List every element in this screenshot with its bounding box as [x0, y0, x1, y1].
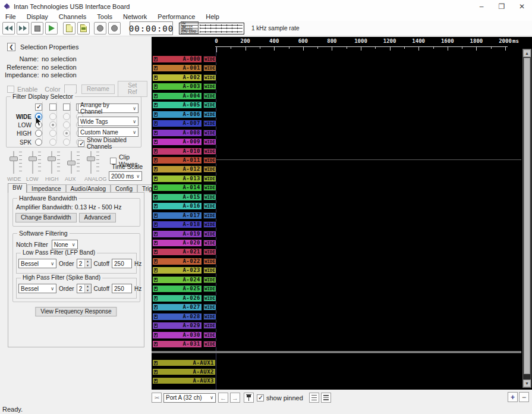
channel-label[interactable]: A-016 [153, 203, 202, 209]
channel-label[interactable]: A-003 [153, 83, 202, 90]
channel-label[interactable]: A-025 [153, 286, 202, 292]
channel-label[interactable]: A-018 [153, 221, 202, 228]
channel-filter-tag[interactable]: WIDE [203, 212, 216, 219]
view-frequency-response-button[interactable]: View Frequency Response [35, 307, 117, 316]
spinner-arrows-icon[interactable]: ▲▼ [84, 284, 91, 293]
channel-filter-tag[interactable]: WIDE [203, 258, 216, 265]
channel-filter-tag[interactable]: WIDE [203, 304, 216, 310]
channel-label[interactable]: A-005 [153, 102, 202, 108]
menu-channels[interactable]: Channels [53, 13, 92, 20]
filter-radio-spk[interactable] [35, 139, 42, 146]
channel-label[interactable]: A-007 [153, 120, 202, 127]
time-scale-select[interactable]: 2000 ms∨ [109, 171, 142, 181]
load-file-button[interactable] [63, 22, 75, 34]
channel-filter-tag[interactable]: WIDE [203, 277, 216, 283]
menu-help[interactable]: Help [200, 13, 225, 20]
aux-channel-label[interactable]: A-AUX1 [153, 360, 215, 366]
channel-label[interactable]: A-023 [153, 267, 202, 274]
channel-filter-tag[interactable]: WIDE [203, 221, 216, 228]
port-select[interactable]: Port A (32 ch)∨ [163, 393, 216, 403]
channel-filter-tag[interactable]: WIDE [203, 267, 216, 274]
filter-dropdown-2[interactable]: Custom Name∨ [78, 127, 138, 137]
channel-label[interactable]: A-026 [153, 295, 202, 302]
filter-dropdown-1[interactable]: Wide Tags∨ [78, 117, 138, 126]
hpf-order-spinner[interactable]: 2▲▼ [77, 284, 92, 293]
enable-checkbox[interactable] [7, 86, 14, 93]
spacing-wide-button[interactable] [321, 393, 331, 403]
channel-label[interactable]: A-019 [153, 231, 202, 237]
slider-handle[interactable] [10, 156, 18, 161]
tab-config[interactable]: Config [111, 184, 137, 193]
filter-radio-high[interactable] [35, 130, 42, 137]
channel-filter-tag[interactable]: WIDE [203, 203, 216, 209]
channel-label[interactable]: A-028 [153, 313, 202, 320]
triggered-record-button[interactable] [108, 22, 121, 34]
channel-label[interactable]: A-031 [153, 341, 202, 347]
channel-label[interactable]: A-030 [153, 332, 202, 338]
menu-tools[interactable]: Tools [92, 13, 118, 20]
channel-label[interactable]: A-029 [153, 322, 202, 329]
menu-display[interactable]: Display [21, 13, 53, 20]
filter-column-checkbox[interactable] [63, 104, 70, 111]
record-button[interactable] [94, 22, 106, 34]
tab-audio-analog[interactable]: Audio/Analog [66, 184, 111, 193]
menu-network[interactable]: Network [118, 13, 152, 20]
scroll-down-button[interactable]: ▼ [523, 380, 531, 387]
channel-label[interactable]: A-015 [153, 194, 202, 200]
channel-label[interactable]: A-027 [153, 304, 202, 310]
aux-channel-label[interactable]: A-AUX2 [153, 369, 215, 375]
channel-label[interactable]: A-012 [153, 166, 202, 172]
channel-label[interactable]: A-009 [153, 139, 202, 145]
gain-slider-analog[interactable]: ANALOG [84, 150, 102, 182]
channel-filter-tag[interactable]: WIDE [203, 231, 216, 237]
channel-filter-tag[interactable]: WIDE [203, 157, 216, 164]
channel-label[interactable]: A-004 [153, 93, 202, 99]
channel-filter-tag[interactable]: WIDE [203, 148, 216, 155]
slider-handle[interactable] [67, 161, 75, 165]
channel-label[interactable]: A-014 [153, 184, 202, 191]
collapse-panel-button[interactable]: ❮ [7, 43, 15, 51]
channel-filter-tag[interactable]: WIDE [203, 166, 216, 172]
tab-impedance[interactable]: Impedance [27, 184, 65, 193]
menu-file[interactable]: File [0, 13, 21, 20]
fast-forward-button[interactable] [17, 22, 29, 34]
hpf-type-select[interactable]: Bessel∨ [18, 284, 56, 293]
rename-button[interactable]: Rename [81, 84, 115, 94]
gain-slider-high[interactable]: HIGH [45, 150, 63, 182]
maximize-button[interactable]: ❐ [492, 0, 512, 12]
filter-column-checkbox[interactable] [49, 104, 56, 111]
channel-filter-tag[interactable]: WIDE [203, 295, 216, 302]
channel-filter-tag[interactable]: WIDE [203, 74, 216, 81]
page-right-button[interactable]: → [230, 393, 240, 403]
channel-label[interactable]: A-022 [153, 258, 202, 265]
section-splitter[interactable] [152, 351, 521, 353]
channel-label[interactable]: A-000 [153, 56, 202, 62]
channel-filter-tag[interactable]: WIDE [203, 56, 216, 62]
tab-bw[interactable]: BW [8, 183, 27, 193]
pin-button[interactable] [244, 393, 254, 403]
channel-filter-tag[interactable]: WIDE [203, 175, 216, 182]
channel-filter-tag[interactable]: WIDE [203, 322, 216, 329]
aux-channel-label[interactable]: A-AUX3 [153, 378, 215, 384]
lpf-cutoff-input[interactable]: 250 [112, 259, 132, 268]
channel-label[interactable]: A-001 [153, 65, 202, 71]
spacing-tight-button[interactable] [309, 393, 319, 403]
waveform-display[interactable]: 0200400600800100012001400160018002000ms … [152, 37, 532, 390]
channel-label[interactable]: A-013 [153, 175, 202, 182]
collapse-columns-button[interactable]: >< [152, 393, 162, 403]
channel-filter-tag[interactable]: WIDE [203, 65, 216, 71]
channel-label[interactable]: A-011 [153, 157, 202, 164]
channel-label[interactable]: A-006 [153, 111, 202, 118]
advanced-button[interactable]: Advanced [79, 213, 116, 222]
notch-filter-select[interactable]: None∨ [52, 240, 78, 249]
channel-filter-tag[interactable]: WIDE [203, 93, 216, 99]
channel-label[interactable]: A-010 [153, 148, 202, 155]
page-left-button[interactable]: ← [218, 393, 228, 403]
channel-filter-tag[interactable]: WIDE [203, 194, 216, 200]
channel-filter-tag[interactable]: WIDE [203, 102, 216, 108]
hpf-cutoff-input[interactable]: 250 [112, 284, 132, 293]
channel-filter-tag[interactable]: WIDE [203, 120, 216, 127]
filter-dropdown-0[interactable]: Arrange by Channel∨ [78, 104, 138, 113]
show-pinned-checkbox[interactable] [257, 394, 264, 402]
stop-button[interactable] [31, 22, 43, 34]
